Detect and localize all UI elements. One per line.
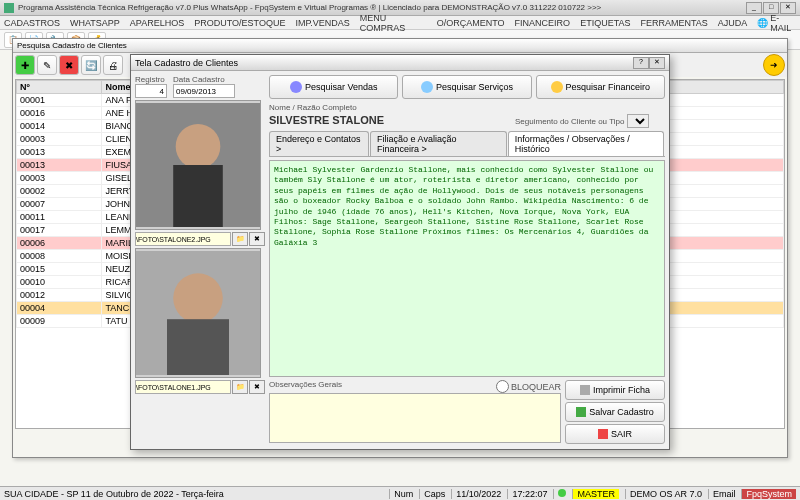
imprimir-button[interactable]: Imprimir Ficha (565, 380, 665, 400)
menu-ajuda[interactable]: AJUDA (718, 18, 748, 28)
pesquisar-servicos-button[interactable]: Pesquisar Serviços (402, 75, 531, 99)
photo1-clear[interactable]: ✖ (249, 232, 265, 246)
menu-orcamento[interactable]: O/ORÇAMENTO (437, 18, 505, 28)
menu-cadastros[interactable]: CADASTROS (4, 18, 60, 28)
search-icon (421, 81, 433, 93)
menu-vendas[interactable]: IMP.VENDAS (295, 18, 349, 28)
dialog-titlebar: Tela Cadastro de Clientes ? ✕ (131, 55, 669, 71)
status-time: 17:22:07 (507, 489, 547, 499)
dialog-title-text: Tela Cadastro de Clientes (135, 58, 633, 68)
tab-endereco[interactable]: Endereço e Contatos > (269, 131, 369, 156)
exit-icon (598, 429, 608, 439)
status-dot-icon (558, 489, 566, 497)
bloquear-checkbox[interactable]: BLOQUEAR (496, 380, 561, 393)
data-input[interactable] (173, 84, 235, 98)
data-label: Data Cadastro (173, 75, 235, 84)
add-button[interactable]: ✚ (15, 55, 35, 75)
photo1-browse[interactable]: 📁 (232, 232, 248, 246)
svg-point-1 (176, 124, 221, 169)
money-icon (551, 81, 563, 93)
menu-whatsapp[interactable]: WHATSAPP (70, 18, 120, 28)
print-button[interactable]: 🖨 (103, 55, 123, 75)
col-num[interactable]: Nº (17, 81, 102, 94)
photo2-browse[interactable]: 📁 (232, 380, 248, 394)
tab-filiacao[interactable]: Filiação e Avaliação Financeira > (370, 131, 507, 156)
status-fpq[interactable]: FpqSystem (741, 489, 796, 499)
edit-button[interactable]: ✎ (37, 55, 57, 75)
menu-produto[interactable]: PRODUTO/ESTOQUE (194, 18, 285, 28)
app-title: Programa Assistência Técnica Refrigeraçã… (18, 3, 746, 12)
menu-aparelhos[interactable]: APARELHOS (130, 18, 184, 28)
status-demo: DEMO OS AR 7.0 (625, 489, 702, 499)
svg-rect-2 (173, 165, 223, 227)
go-button[interactable]: ➜ (763, 54, 785, 76)
dialog-close-button[interactable]: ✕ (649, 57, 665, 69)
svg-rect-5 (167, 319, 229, 375)
menu-compras[interactable]: MENU COMPRAS (360, 13, 427, 33)
statusbar: SUA CIDADE - SP 11 de Outubro de 2022 - … (0, 486, 800, 500)
menu-ferramentas[interactable]: FERRAMENTAS (640, 18, 707, 28)
registro-input[interactable] (135, 84, 167, 98)
delete-button[interactable]: ✖ (59, 55, 79, 75)
status-num: Num (389, 489, 413, 499)
pesquisar-financeiro-button[interactable]: Pesquisar Financeiro (536, 75, 665, 99)
tab-informacoes[interactable]: Informações / Observações / Histórico (508, 131, 664, 156)
photo-2 (135, 248, 261, 378)
pesquisar-vendas-button[interactable]: Pesquisar Vendas (269, 75, 398, 99)
obs-label: Observações Gerais (269, 380, 342, 393)
segmento-label: Seguimento do Cliente ou Tipo (515, 117, 624, 126)
registro-label: Registro (135, 75, 167, 84)
status-caps: Caps (419, 489, 445, 499)
nome-value: SILVESTRE STALONE (269, 112, 511, 128)
check-icon (576, 407, 586, 417)
dialog-help-button[interactable]: ? (633, 57, 649, 69)
info-textarea[interactable]: Michael Sylvester Gardenzio Stallone, ma… (269, 160, 665, 377)
menu-email[interactable]: 🌐 E-MAIL (757, 13, 796, 33)
photo2-path[interactable] (135, 380, 231, 394)
photo-1 (135, 100, 261, 230)
client-dialog: Tela Cadastro de Clientes ? ✕ Registro D… (130, 54, 670, 450)
status-email[interactable]: Email (708, 489, 736, 499)
photo2-clear[interactable]: ✖ (249, 380, 265, 394)
salvar-button[interactable]: Salvar Cadastro (565, 402, 665, 422)
svg-point-4 (173, 273, 223, 323)
status-date: 11/10/2022 (451, 489, 501, 499)
nome-label: Nome / Razão Completo (269, 103, 357, 112)
menubar: CADASTROS WHATSAPP APARELHOS PRODUTO/EST… (0, 16, 800, 30)
menu-financeiro[interactable]: FINANCEIRO (515, 18, 571, 28)
refresh-button[interactable]: 🔄 (81, 55, 101, 75)
segmento-select[interactable] (627, 114, 649, 128)
app-icon (4, 3, 14, 13)
photo1-path[interactable] (135, 232, 231, 246)
status-location: SUA CIDADE - SP 11 de Outubro de 2022 - … (4, 489, 224, 499)
obs-textarea[interactable] (269, 393, 561, 443)
status-master: MASTER (572, 489, 619, 499)
search-icon (290, 81, 302, 93)
print-icon (580, 385, 590, 395)
search-window-title: Pesquisa Cadastro de Clientes (13, 39, 787, 53)
sair-button[interactable]: SAIR (565, 424, 665, 444)
menu-etiquetas[interactable]: ETIQUETAS (580, 18, 630, 28)
tabs: Endereço e Contatos > Filiação e Avaliaç… (269, 131, 665, 157)
